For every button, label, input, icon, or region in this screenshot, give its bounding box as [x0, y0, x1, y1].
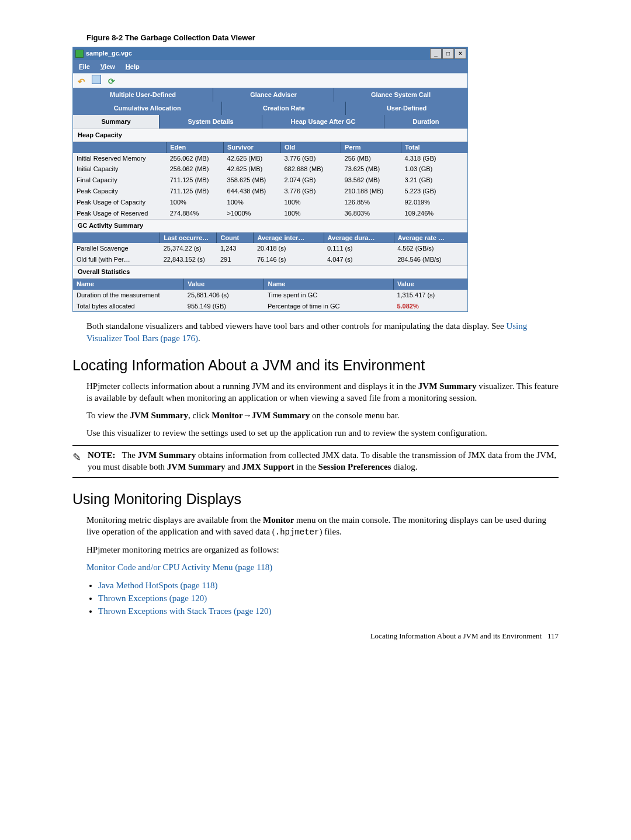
table-cell: 256.062 (MB)	[167, 164, 224, 175]
gc-header-last: Last occurre…	[160, 232, 217, 244]
table-cell: 93.562 (MB)	[341, 175, 401, 186]
table-cell: 682.688 (MB)	[281, 164, 341, 175]
table-cell: Old full (with Per…	[73, 254, 160, 265]
table-cell: 358.625 (MB)	[224, 175, 281, 186]
table-cell: 256 (MB)	[341, 153, 401, 164]
window-title: sample_gc.vgc	[86, 49, 132, 58]
stats-header-name-2: Name	[264, 279, 393, 290]
table-cell: 100%	[167, 197, 224, 208]
paragraph: Both standalone visualizers and tabbed v…	[86, 320, 559, 344]
gc-header-blank	[73, 232, 160, 244]
table-cell: 42.625 (MB)	[224, 164, 281, 175]
link-thrown-exceptions-stack-traces[interactable]: Thrown Exceptions with Stack Traces (pag…	[98, 606, 272, 616]
table-cell: Initial Reserved Memory	[73, 153, 167, 164]
table-cell: 20.418 (s)	[254, 243, 324, 254]
tab-user-defined[interactable]: User-Defined	[346, 102, 467, 115]
refresh-icon[interactable]: ⟳	[108, 76, 119, 85]
gc-header-count: Count	[217, 232, 254, 244]
table-cell: 36.803%	[341, 208, 401, 219]
app-window: sample_gc.vgc _ □ × File View Help ↶ ⟳ M…	[72, 47, 468, 313]
paragraph: HPjmeter collects information about a ru…	[86, 380, 559, 404]
tab-glance-system-call[interactable]: Glance System Call	[334, 88, 467, 102]
stat-name: Duration of the measurement	[73, 290, 184, 301]
stat-value: 1,315.417 (s)	[393, 290, 467, 301]
paragraph: Monitoring metric displays are available…	[86, 514, 559, 538]
gc-header-avg-rate: Average rate …	[394, 232, 467, 244]
link-monitor-code-cpu-menu[interactable]: Monitor Code and/or CPU Activity Menu (p…	[86, 563, 272, 572]
stat-name: Total bytes allocated	[73, 301, 184, 312]
table-cell: 711.125 (MB)	[167, 175, 224, 186]
table-cell: 42.625 (MB)	[224, 153, 281, 164]
table-cell: 3.776 (GB)	[281, 153, 341, 164]
stat-value-highlight: 5.082%	[393, 301, 467, 312]
table-row: Initial Reserved Memory256.062 (MB)42.62…	[73, 153, 467, 164]
tab-creation-rate[interactable]: Creation Rate	[222, 102, 346, 115]
table-cell: 109.246%	[401, 208, 467, 219]
stat-name: Time spent in GC	[264, 290, 393, 301]
table-row: Old full (with Per…22,843.152 (s)29176.1…	[73, 254, 467, 265]
table-row: Total bytes allocated 955.149 (GB) Perce…	[73, 301, 467, 312]
note-block: ✎ NOTE: The JVM Summary obtains informat…	[72, 445, 559, 478]
bullet-list: Java Method HotSpots (page 118) Thrown E…	[98, 579, 559, 617]
tab-duration[interactable]: Duration	[384, 115, 467, 129]
link-thrown-exceptions[interactable]: Thrown Exceptions (page 120)	[98, 593, 207, 603]
heap-header-old: Old	[281, 142, 341, 153]
tab-cumulative-allocation[interactable]: Cumulative Allocation	[73, 102, 222, 115]
heap-capacity-table: Eden Survivor Old Perm Total Initial Res…	[73, 142, 467, 219]
table-cell: 100%	[281, 197, 341, 208]
menu-help[interactable]: Help	[126, 63, 140, 71]
tab-row-3: Summary System Details Heap Usage After …	[73, 115, 467, 129]
heap-header-total: Total	[401, 142, 467, 153]
table-cell: 92.019%	[401, 197, 467, 208]
close-button[interactable]: ×	[455, 48, 466, 59]
table-cell: 22,843.152 (s)	[160, 254, 217, 265]
note-label: NOTE:	[88, 450, 116, 460]
undo-icon[interactable]: ↶	[78, 76, 88, 85]
table-cell: 4.562 (GB/s)	[394, 243, 467, 254]
table-cell: 5.223 (GB)	[401, 186, 467, 197]
stats-header-name-1: Name	[73, 279, 184, 290]
link-java-method-hotspots[interactable]: Java Method HotSpots (page 118)	[98, 581, 217, 590]
table-row: Parallel Scavenge25,374.22 (s)1,24320.41…	[73, 243, 467, 254]
stat-value: 25,881.406 (s)	[184, 290, 264, 301]
titlebar: sample_gc.vgc _ □ ×	[73, 47, 467, 60]
table-cell: 3.21 (GB)	[401, 175, 467, 186]
table-cell: 1.03 (GB)	[401, 164, 467, 175]
table-cell: Peak Usage of Reserved	[73, 208, 167, 219]
copy-icon[interactable]	[93, 76, 103, 85]
table-cell: 644.438 (MB)	[224, 186, 281, 197]
gc-activity-table: Last occurre… Count Average inter… Avera…	[73, 232, 467, 266]
menu-file[interactable]: File	[79, 63, 90, 71]
table-cell: Parallel Scavenge	[73, 243, 160, 254]
table-cell: 0.111 (s)	[324, 243, 394, 254]
table-row: Initial Capacity256.062 (MB)42.625 (MB)6…	[73, 164, 467, 175]
section-heading-monitoring-displays: Using Monitoring Displays	[72, 490, 559, 509]
table-cell: 1,243	[217, 243, 254, 254]
heap-capacity-header: Heap Capacity	[73, 129, 467, 142]
table-cell: 3.776 (GB)	[281, 186, 341, 197]
table-cell: 711.125 (MB)	[167, 186, 224, 197]
table-cell: 126.85%	[341, 197, 401, 208]
toolbar: ↶ ⟳	[73, 73, 467, 88]
table-cell: Initial Capacity	[73, 164, 167, 175]
stat-value: 955.149 (GB)	[184, 301, 264, 312]
tab-summary[interactable]: Summary	[73, 115, 160, 129]
gc-header-row: Last occurre… Count Average inter… Avera…	[73, 232, 467, 244]
minimize-button[interactable]: _	[430, 48, 442, 59]
tab-heap-usage-after-gc[interactable]: Heap Usage After GC	[262, 115, 384, 129]
note-icon: ✎	[72, 449, 88, 473]
tab-multiple-user-defined[interactable]: Multiple User-Defined	[73, 88, 213, 102]
tab-system-details[interactable]: System Details	[160, 115, 262, 129]
gc-header-avg-dura: Average dura…	[324, 232, 394, 244]
heap-header-survivor: Survivor	[224, 142, 281, 153]
table-cell: 274.884%	[167, 208, 224, 219]
stats-header-value-2: Value	[393, 279, 467, 290]
menu-view[interactable]: View	[100, 63, 115, 71]
table-row: Final Capacity711.125 (MB)358.625 (MB)2.…	[73, 175, 467, 186]
maximize-button[interactable]: □	[442, 48, 454, 59]
table-row: Peak Capacity711.125 (MB)644.438 (MB)3.7…	[73, 186, 467, 197]
tab-glance-adviser[interactable]: Glance Adviser	[213, 88, 334, 102]
table-cell: 25,374.22 (s)	[160, 243, 217, 254]
paragraph: Monitor Code and/or CPU Activity Menu (p…	[86, 561, 559, 573]
figure-title: Figure 8-2 The Garbage Collection Data V…	[86, 33, 559, 43]
